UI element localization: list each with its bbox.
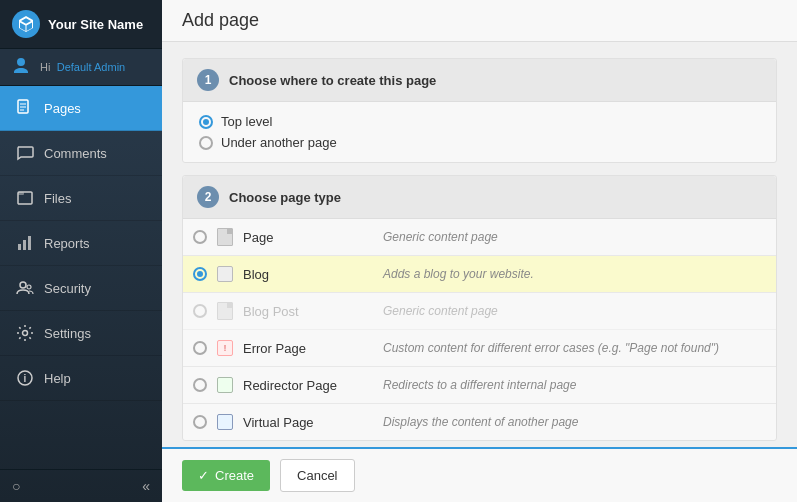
svg-rect-6 bbox=[18, 244, 21, 250]
svg-rect-8 bbox=[28, 236, 31, 250]
user-icon bbox=[12, 57, 32, 77]
section-2-header: 2 Choose page type bbox=[183, 176, 776, 219]
svg-rect-7 bbox=[23, 240, 26, 250]
create-button[interactable]: ✓ Create bbox=[182, 460, 270, 491]
sidebar-footer: ○ « bbox=[0, 469, 162, 502]
section-2-content: Page Generic content page Blog Adds a bl… bbox=[183, 219, 776, 440]
main-body: 1 Choose where to create this page Top l… bbox=[162, 42, 797, 447]
sidebar-navigation: Pages Comments Files bbox=[0, 86, 162, 469]
page-type-row-redirector[interactable]: Redirector Page Redirects to a different… bbox=[183, 367, 776, 404]
sidebar-item-reports-label: Reports bbox=[44, 236, 90, 251]
page-type-row-virtual[interactable]: Virtual Page Displays the content of ano… bbox=[183, 404, 776, 440]
radio-under-another-input[interactable] bbox=[199, 136, 213, 150]
radio-type-redirector[interactable] bbox=[193, 378, 207, 392]
page-type-icon-blog bbox=[215, 264, 235, 284]
radio-type-error[interactable] bbox=[193, 341, 207, 355]
cancel-button[interactable]: Cancel bbox=[280, 459, 354, 492]
sidebar-item-comments[interactable]: Comments bbox=[0, 131, 162, 176]
sidebar-item-files-label: Files bbox=[44, 191, 71, 206]
settings-icon bbox=[14, 322, 36, 344]
sidebar: Your Site Name Hi Default Admin Pages bbox=[0, 0, 162, 502]
help-icon: i bbox=[14, 367, 36, 389]
page-type-row-blog-post: Blog Post Generic content page bbox=[183, 293, 776, 330]
section-2-title: Choose page type bbox=[229, 190, 341, 205]
svg-point-11 bbox=[23, 331, 28, 336]
page-type-name-blog: Blog bbox=[243, 267, 383, 282]
sidebar-item-reports[interactable]: Reports bbox=[0, 221, 162, 266]
svg-point-9 bbox=[20, 282, 26, 288]
page-type-name-error: Error Page bbox=[243, 341, 383, 356]
sidebar-item-settings-label: Settings bbox=[44, 326, 91, 341]
page-title: Add page bbox=[182, 10, 777, 31]
page-type-icon-blog-post bbox=[215, 301, 235, 321]
sidebar-item-settings[interactable]: Settings bbox=[0, 311, 162, 356]
section-1-block: 1 Choose where to create this page Top l… bbox=[182, 58, 777, 163]
sidebar-item-pages-label: Pages bbox=[44, 101, 81, 116]
radio-top-level-input[interactable] bbox=[199, 115, 213, 129]
check-icon: ✓ bbox=[198, 468, 209, 483]
site-name: Your Site Name bbox=[48, 17, 143, 32]
page-type-row-error[interactable]: ! Error Page Custom content for differen… bbox=[183, 330, 776, 367]
page-type-desc-blog-post: Generic content page bbox=[383, 304, 766, 318]
radio-under-another[interactable]: Under another page bbox=[199, 135, 760, 150]
sidebar-logo[interactable]: Your Site Name bbox=[0, 0, 162, 49]
reports-icon bbox=[14, 232, 36, 254]
radio-type-virtual[interactable] bbox=[193, 415, 207, 429]
sidebar-user-info[interactable]: Hi Default Admin bbox=[0, 49, 162, 86]
page-type-icon-error: ! bbox=[215, 338, 235, 358]
section-2-number: 2 bbox=[197, 186, 219, 208]
radio-type-blog-post bbox=[193, 304, 207, 318]
page-type-desc-redirector: Redirects to a different internal page bbox=[383, 378, 766, 392]
svg-text:i: i bbox=[24, 373, 27, 384]
circle-icon: ○ bbox=[12, 478, 20, 494]
security-icon bbox=[14, 277, 36, 299]
sidebar-item-pages[interactable]: Pages bbox=[0, 86, 162, 131]
site-logo-icon bbox=[12, 10, 40, 38]
section-1-header: 1 Choose where to create this page bbox=[183, 59, 776, 102]
pages-icon bbox=[14, 97, 36, 119]
user-greeting: Hi Default Admin bbox=[40, 60, 128, 74]
comments-icon bbox=[14, 142, 36, 164]
section-2-block: 2 Choose page type Page Generic content … bbox=[182, 175, 777, 441]
section-1-content: Top level Under another page bbox=[183, 102, 776, 162]
files-icon bbox=[14, 187, 36, 209]
svg-rect-5 bbox=[18, 192, 24, 195]
page-type-row-blog[interactable]: Blog Adds a blog to your website. bbox=[183, 256, 776, 293]
main-content: Add page 1 Choose where to create this p… bbox=[162, 0, 797, 502]
section-1-title: Choose where to create this page bbox=[229, 73, 436, 88]
page-type-desc-virtual: Displays the content of another page bbox=[383, 415, 766, 429]
radio-top-level-label: Top level bbox=[221, 114, 272, 129]
radio-type-page[interactable] bbox=[193, 230, 207, 244]
page-type-name-redirector: Redirector Page bbox=[243, 378, 383, 393]
sidebar-item-security[interactable]: Security bbox=[0, 266, 162, 311]
page-type-icon-redirector bbox=[215, 375, 235, 395]
page-type-desc-blog: Adds a blog to your website. bbox=[383, 267, 766, 281]
sidebar-item-security-label: Security bbox=[44, 281, 91, 296]
section-1-number: 1 bbox=[197, 69, 219, 91]
sidebar-item-help-label: Help bbox=[44, 371, 71, 386]
page-type-desc-error: Custom content for different error cases… bbox=[383, 341, 766, 355]
page-type-desc-page: Generic content page bbox=[383, 230, 766, 244]
page-type-icon-page bbox=[215, 227, 235, 247]
radio-type-blog[interactable] bbox=[193, 267, 207, 281]
page-type-icon-virtual bbox=[215, 412, 235, 432]
sidebar-item-files[interactable]: Files bbox=[0, 176, 162, 221]
page-header: Add page bbox=[162, 0, 797, 42]
page-type-name-virtual: Virtual Page bbox=[243, 415, 383, 430]
svg-point-10 bbox=[27, 285, 31, 289]
footer-actions: ✓ Create Cancel bbox=[162, 447, 797, 502]
sidebar-item-comments-label: Comments bbox=[44, 146, 107, 161]
page-type-name-blog-post: Blog Post bbox=[243, 304, 383, 319]
page-type-name-page: Page bbox=[243, 230, 383, 245]
sidebar-item-help[interactable]: i Help bbox=[0, 356, 162, 401]
radio-top-level[interactable]: Top level bbox=[199, 114, 760, 129]
page-type-row-page[interactable]: Page Generic content page bbox=[183, 219, 776, 256]
collapse-icon[interactable]: « bbox=[142, 478, 150, 494]
radio-under-another-label: Under another page bbox=[221, 135, 337, 150]
